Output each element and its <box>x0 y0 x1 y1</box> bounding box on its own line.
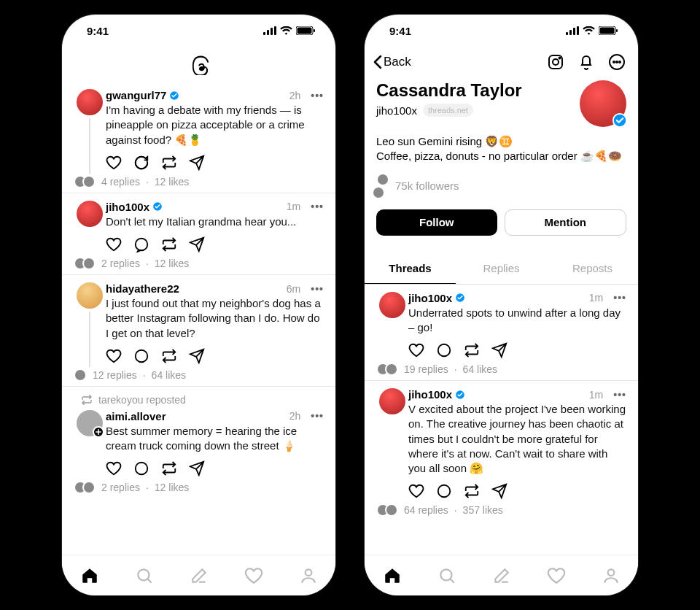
post-more-icon[interactable]: ••• <box>613 292 626 304</box>
reply-icon[interactable] <box>436 483 452 499</box>
notifications-icon[interactable] <box>577 53 596 72</box>
mention-button[interactable]: Mention <box>505 209 627 236</box>
post-text: I'm having a debate with my friends — is… <box>106 103 324 147</box>
follow-plus-icon[interactable] <box>93 426 104 438</box>
likes-count[interactable]: 12 likes <box>155 176 189 188</box>
tab-search[interactable] <box>135 566 154 585</box>
tab-reposts[interactable]: Reposts <box>547 253 638 284</box>
repost-icon[interactable] <box>161 460 177 476</box>
avatar[interactable] <box>77 201 103 227</box>
reply-icon[interactable] <box>133 155 149 171</box>
post-text: Don't let my Italian grandma hear you... <box>106 215 324 229</box>
avatar[interactable] <box>77 282 103 309</box>
replies-count[interactable]: 4 replies <box>101 176 140 188</box>
post-meta[interactable]: 2 replies· 12 likes <box>74 481 324 494</box>
post-username[interactable]: gwangurl77 <box>106 89 166 101</box>
svg-rect-0 <box>263 32 265 35</box>
post-more-icon[interactable]: ••• <box>311 90 324 101</box>
feed-post[interactable]: gwangurl77 2h ••• I'm having a debate wi… <box>62 82 335 193</box>
avatar[interactable] <box>77 410 103 436</box>
likes-count[interactable]: 64 likes <box>463 363 497 375</box>
share-icon[interactable] <box>189 348 205 364</box>
post-more-icon[interactable]: ••• <box>311 283 324 295</box>
feed-post[interactable]: jiho100x 1m ••• Don't let my Italian gra… <box>62 193 335 275</box>
instagram-icon[interactable] <box>546 53 565 72</box>
like-icon[interactable] <box>408 483 424 499</box>
share-icon[interactable] <box>189 236 205 252</box>
post-username[interactable]: jiho100x <box>106 201 149 213</box>
like-icon[interactable] <box>106 236 122 252</box>
post-username[interactable]: hidayathere22 <box>106 282 179 295</box>
post-more-icon[interactable]: ••• <box>311 201 324 212</box>
profile-scroll[interactable]: Cassandra Taylor jiho100x threads.net Le… <box>365 79 638 555</box>
tab-search[interactable] <box>438 566 456 585</box>
reply-icon[interactable] <box>133 460 149 476</box>
post-meta[interactable]: 19 replies· 64 likes <box>376 363 626 376</box>
repost-icon[interactable] <box>161 348 177 364</box>
tab-activity[interactable] <box>547 566 566 585</box>
follow-button[interactable]: Follow <box>376 209 497 236</box>
tab-profile[interactable] <box>602 566 621 585</box>
status-icons <box>566 26 618 35</box>
post-username[interactable]: jiho100x <box>408 388 452 401</box>
profile-post[interactable]: jiho100x 1m ••• V excited about the proj… <box>365 381 638 521</box>
replies-count[interactable]: 19 replies <box>404 363 448 375</box>
like-icon[interactable] <box>106 348 122 364</box>
likes-count[interactable]: 12 likes <box>155 482 189 493</box>
tab-compose[interactable] <box>190 566 209 585</box>
reply-icon[interactable] <box>133 348 149 364</box>
post-meta[interactable]: 2 replies· 12 likes <box>74 257 324 270</box>
post-more-icon[interactable]: ••• <box>311 410 324 422</box>
likes-count[interactable]: 64 likes <box>152 369 186 381</box>
repost-by-label: tarekoyou reposted <box>98 394 186 406</box>
profile-post[interactable]: jiho100x 1m ••• Underrated spots to unwi… <box>365 285 638 382</box>
replies-count[interactable]: 12 replies <box>93 369 137 381</box>
likes-count[interactable]: 357 likes <box>463 504 503 516</box>
tab-threads[interactable]: Threads <box>365 253 456 284</box>
tab-profile[interactable] <box>299 566 318 585</box>
svg-point-34 <box>438 485 451 498</box>
repost-icon[interactable] <box>464 342 480 358</box>
repost-icon[interactable] <box>161 236 177 252</box>
reply-icon[interactable] <box>436 342 452 358</box>
tab-replies[interactable]: Replies <box>456 253 547 284</box>
avatar[interactable] <box>379 292 405 318</box>
share-icon[interactable] <box>189 155 205 171</box>
post-more-icon[interactable]: ••• <box>613 389 626 401</box>
tab-activity[interactable] <box>244 566 263 585</box>
share-icon[interactable] <box>491 342 508 358</box>
repost-icon[interactable] <box>161 155 177 171</box>
profile-avatar[interactable] <box>580 80 626 127</box>
post-username[interactable]: aimi.allover <box>106 410 166 422</box>
post-meta[interactable]: 12 replies· 64 likes <box>74 368 324 382</box>
svg-point-23 <box>553 59 559 65</box>
like-icon[interactable] <box>106 155 122 171</box>
reply-icon[interactable] <box>133 236 149 252</box>
avatar[interactable] <box>77 89 103 115</box>
feed-post[interactable]: hidayathere22 6m ••• I just found out th… <box>62 275 335 387</box>
post-meta[interactable]: 4 replies· 12 likes <box>74 175 324 188</box>
likes-count[interactable]: 12 likes <box>155 258 189 269</box>
display-name: Cassandra Taylor <box>376 80 522 101</box>
post-text: Underrated spots to unwind after a long … <box>408 306 626 336</box>
followers-row[interactable]: 75k followers <box>376 173 626 199</box>
like-icon[interactable] <box>106 460 122 476</box>
repost-icon[interactable] <box>464 483 480 499</box>
share-icon[interactable] <box>491 483 508 499</box>
tab-home[interactable] <box>80 566 99 585</box>
feed-post[interactable]: tarekoyou reposted aimi.allover 2h ••• <box>62 387 335 499</box>
back-button[interactable]: Back <box>373 55 411 69</box>
replies-count[interactable]: 64 replies <box>404 504 448 516</box>
tab-home[interactable] <box>383 566 402 585</box>
post-username[interactable]: jiho100x <box>408 292 452 304</box>
svg-point-32 <box>438 344 451 357</box>
post-meta[interactable]: 64 replies· 357 likes <box>376 503 626 517</box>
like-icon[interactable] <box>408 342 424 358</box>
feed-scroll[interactable]: gwangurl77 2h ••• I'm having a debate wi… <box>62 82 335 555</box>
menu-icon[interactable] <box>607 53 626 72</box>
replies-count[interactable]: 2 replies <box>101 258 140 269</box>
replies-count[interactable]: 2 replies <box>101 482 140 493</box>
avatar[interactable] <box>379 388 405 414</box>
share-icon[interactable] <box>189 460 205 476</box>
tab-compose[interactable] <box>492 566 511 585</box>
